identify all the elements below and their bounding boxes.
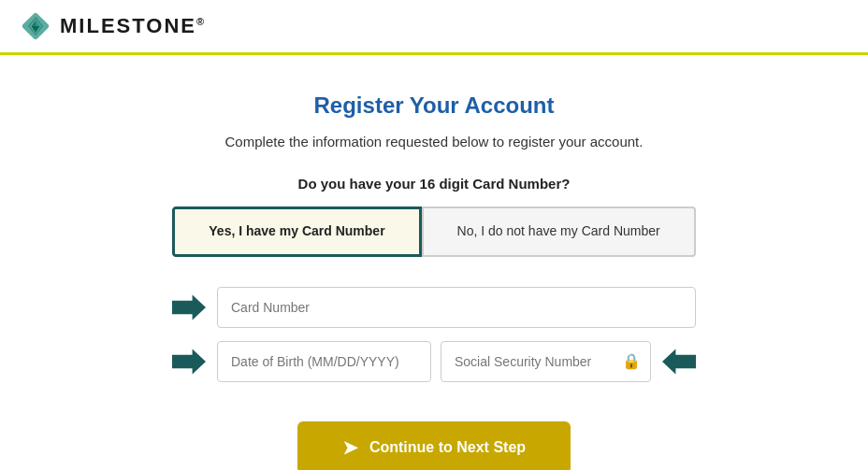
logo: MILESTONE® bbox=[19, 9, 206, 43]
no-have-card-button[interactable]: No, I do not have my Card Number bbox=[422, 207, 696, 257]
card-number-arrow-icon bbox=[172, 293, 206, 321]
page-title: Register Your Account bbox=[314, 93, 555, 119]
dob-ssn-row: 🔒 bbox=[172, 341, 696, 382]
card-question: Do you have your 16 digit Card Number? bbox=[298, 176, 571, 192]
continue-button-label: Continue to Next Step bbox=[369, 439, 526, 456]
dob-ssn-inputs: 🔒 bbox=[217, 341, 651, 382]
card-number-row bbox=[172, 287, 696, 328]
subtitle: Complete the information requested below… bbox=[225, 134, 644, 150]
svg-marker-7 bbox=[662, 349, 696, 374]
continue-button[interactable]: ➤ Continue to Next Step bbox=[297, 421, 571, 470]
ssn-arrow-left-icon bbox=[662, 348, 696, 376]
dob-input[interactable] bbox=[217, 341, 431, 382]
ssn-input[interactable] bbox=[455, 354, 622, 369]
yes-have-card-button[interactable]: Yes, I have my Card Number bbox=[172, 207, 421, 257]
logo-diamond-icon bbox=[19, 9, 52, 43]
card-number-input[interactable] bbox=[217, 287, 696, 328]
card-number-toggle-group: Yes, I have my Card Number No, I do not … bbox=[172, 207, 695, 257]
dob-arrow-icon bbox=[172, 348, 206, 376]
lock-icon: 🔒 bbox=[622, 352, 641, 370]
main-content: Register Your Account Complete the infor… bbox=[0, 55, 868, 470]
svg-marker-6 bbox=[172, 349, 206, 374]
header: MILESTONE® bbox=[0, 0, 868, 55]
logo-text: MILESTONE® bbox=[60, 14, 206, 38]
continue-arrow-icon: ➤ bbox=[342, 436, 358, 459]
ssn-wrapper: 🔒 bbox=[441, 341, 651, 382]
svg-marker-5 bbox=[172, 294, 206, 320]
